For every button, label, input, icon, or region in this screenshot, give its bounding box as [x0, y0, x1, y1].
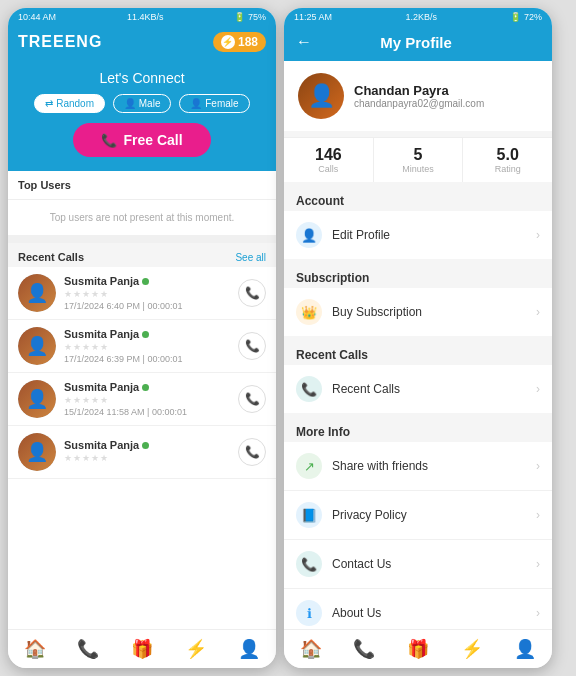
chevron-right-icon: › — [536, 382, 540, 396]
connect-section: Let's Connect ⇄ Random 👤 Male 👤 Female 📞… — [8, 62, 276, 171]
nav-profile-right[interactable]: 👤 — [514, 638, 536, 660]
nav-gift[interactable]: 🎁 — [131, 638, 153, 660]
app-title: TREEENG — [18, 33, 102, 51]
star-rating: ★ ★ ★ ★ ★ — [64, 453, 230, 463]
recent-calls-menu: 📞 Recent Calls › — [284, 365, 552, 413]
chevron-right-icon: › — [536, 606, 540, 620]
verified-dot — [142, 384, 149, 391]
more-info-label: More Info — [284, 419, 552, 442]
call-action-button[interactable]: 📞 — [238, 279, 266, 307]
contact-us-item[interactable]: 📞 Contact Us › — [284, 540, 552, 589]
star-rating: ★ ★ ★ ★ ★ — [64, 289, 230, 299]
filter-female[interactable]: 👤 Female — [179, 94, 249, 113]
profile-name: Chandan Payra — [354, 83, 484, 98]
left-speed: 11.4KB/s — [127, 12, 164, 22]
nav-home[interactable]: 🏠 — [24, 638, 46, 660]
nav-calls[interactable]: 📞 — [77, 638, 99, 660]
avatar — [18, 327, 56, 365]
filter-male[interactable]: 👤 Male — [113, 94, 171, 113]
star-rating: ★ ★ ★ ★ ★ — [64, 342, 230, 352]
buy-subscription-item[interactable]: 👑 Buy Subscription › — [284, 288, 552, 336]
chevron-right-icon: › — [536, 557, 540, 571]
account-label: Account — [284, 188, 552, 211]
call-info: Susmita Panja ★ ★ ★ ★ ★ — [64, 439, 230, 465]
left-time: 10:44 AM — [18, 12, 56, 22]
profile-header: ← My Profile — [284, 26, 552, 61]
call-list: Susmita Panja ★ ★ ★ ★ ★ 17/1/2024 6:40 P… — [8, 267, 276, 629]
privacy-policy-item[interactable]: 📘 Privacy Policy › — [284, 491, 552, 540]
avatar — [18, 433, 56, 471]
filter-row: ⇄ Random 👤 Male 👤 Female — [34, 94, 249, 113]
recent-calls-item[interactable]: 📞 Recent Calls › — [284, 365, 552, 413]
nav-gift-right[interactable]: 🎁 — [407, 638, 429, 660]
nav-profile[interactable]: 👤 — [238, 638, 260, 660]
verified-dot — [142, 278, 149, 285]
call-info: Susmita Panja ★ ★ ★ ★ ★ 15/1/2024 11:58 … — [64, 381, 230, 417]
caller-name: Susmita Panja — [64, 381, 230, 393]
star-rating: ★ ★ ★ ★ ★ — [64, 395, 230, 405]
star-1: ★ — [64, 289, 72, 299]
star-3: ★ — [82, 289, 90, 299]
edit-profile-item[interactable]: 👤 Edit Profile › — [284, 211, 552, 259]
right-phone: 11:25 AM 1.2KB/s 🔋 72% ← My Profile 👤 Ch… — [284, 8, 552, 668]
connect-title: Let's Connect — [99, 70, 184, 86]
status-bar-right: 11:25 AM 1.2KB/s 🔋 72% — [284, 8, 552, 26]
stat-minutes-label: Minutes — [378, 164, 459, 174]
more-info-menu: ↗ Share with friends › 📘 Privacy Policy … — [284, 442, 552, 629]
call-action-button[interactable]: 📞 — [238, 332, 266, 360]
app-header: TREEENG ⚡ 188 — [8, 26, 276, 62]
filter-random[interactable]: ⇄ Random — [34, 94, 105, 113]
contact-us-text: Contact Us — [332, 557, 536, 571]
coin-badge: ⚡ 188 — [213, 32, 266, 52]
call-item: Susmita Panja ★ ★ ★ ★ ★ 📞 — [8, 426, 276, 479]
contact-icon: 📞 — [296, 551, 322, 577]
call-item: Susmita Panja ★ ★ ★ ★ ★ 17/1/2024 6:40 P… — [8, 267, 276, 320]
bottom-nav-right: 🏠 📞 🎁 ⚡ 👤 — [284, 629, 552, 668]
share-friends-text: Share with friends — [332, 459, 536, 473]
subscription-icon: 👑 — [296, 299, 322, 325]
nav-flash[interactable]: ⚡ — [185, 638, 207, 660]
status-bar-left: 10:44 AM 11.4KB/s 🔋 75% — [8, 8, 276, 26]
top-users-empty: Top users are not present at this moment… — [8, 200, 276, 243]
stat-calls-value: 146 — [288, 146, 369, 164]
call-action-button[interactable]: 📞 — [238, 385, 266, 413]
chevron-right-icon: › — [536, 305, 540, 319]
back-button[interactable]: ← — [296, 33, 312, 51]
nav-calls-right[interactable]: 📞 — [353, 638, 375, 660]
profile-card: 👤 Chandan Payra chandanpayra02@gmail.com — [284, 61, 552, 131]
call-item: Susmita Panja ★ ★ ★ ★ ★ 17/1/2024 6:39 P… — [8, 320, 276, 373]
chevron-right-icon: › — [536, 228, 540, 242]
edit-profile-text: Edit Profile — [332, 228, 536, 242]
phone-icon: 📞 — [101, 133, 117, 148]
top-users-header: Top Users — [8, 171, 276, 200]
star-5: ★ — [100, 289, 108, 299]
stats-row: 146 Calls 5 Minutes 5.0 Rating — [284, 137, 552, 182]
stat-rating: 5.0 Rating — [463, 138, 552, 182]
stat-rating-label: Rating — [467, 164, 548, 174]
free-call-button[interactable]: 📞 Free Call — [73, 123, 210, 157]
profile-content: 👤 Chandan Payra chandanpayra02@gmail.com… — [284, 61, 552, 629]
about-icon: ℹ — [296, 600, 322, 626]
nav-flash-right[interactable]: ⚡ — [461, 638, 483, 660]
call-action-button[interactable]: 📞 — [238, 438, 266, 466]
about-us-text: About Us — [332, 606, 536, 620]
right-time: 11:25 AM — [294, 12, 332, 22]
see-all-link[interactable]: See all — [235, 252, 266, 263]
edit-profile-icon: 👤 — [296, 222, 322, 248]
stat-minutes-value: 5 — [378, 146, 459, 164]
star-2: ★ — [73, 289, 81, 299]
left-battery: 🔋 75% — [234, 12, 266, 22]
buy-subscription-text: Buy Subscription — [332, 305, 536, 319]
nav-home-right[interactable]: 🏠 — [300, 638, 322, 660]
caller-name: Susmita Panja — [64, 328, 230, 340]
verified-dot — [142, 331, 149, 338]
coin-icon: ⚡ — [221, 35, 235, 49]
recent-calls-header: Recent Calls See all — [8, 243, 276, 267]
stat-calls: 146 Calls — [284, 138, 374, 182]
about-us-item[interactable]: ℹ About Us › — [284, 589, 552, 629]
account-menu: 👤 Edit Profile › — [284, 211, 552, 259]
call-item: Susmita Panja ★ ★ ★ ★ ★ 15/1/2024 11:58 … — [8, 373, 276, 426]
call-info: Susmita Panja ★ ★ ★ ★ ★ 17/1/2024 6:40 P… — [64, 275, 230, 311]
avatar — [18, 380, 56, 418]
share-friends-item[interactable]: ↗ Share with friends › — [284, 442, 552, 491]
